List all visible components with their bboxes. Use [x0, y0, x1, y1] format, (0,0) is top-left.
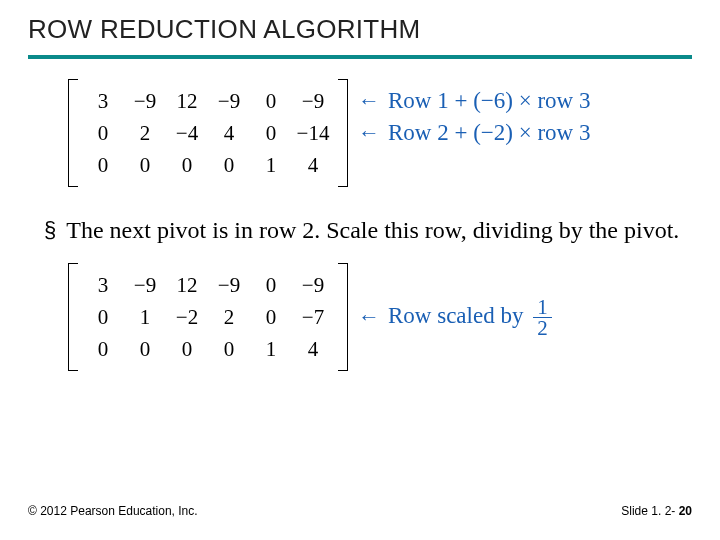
slide-num: 20 [679, 504, 692, 518]
cell: 0 [124, 337, 166, 362]
cell: 2 [124, 121, 166, 146]
bullet-marker: § [44, 215, 56, 245]
bracket-left [68, 79, 78, 187]
cell: 0 [82, 153, 124, 178]
cell: 3 [82, 89, 124, 114]
cell: 0 [166, 153, 208, 178]
matrix-row: 0 0 0 0 1 4 [82, 333, 334, 365]
arrow-left-icon: ← [358, 304, 380, 330]
bullet-block: § The next pivot is in row 2. Scale this… [0, 211, 720, 263]
page-title: ROW REDUCTION ALGORITHM [28, 14, 692, 45]
cell: −4 [166, 121, 208, 146]
bracket-right [338, 263, 348, 371]
matrix-2: 3 −9 12 −9 0 −9 0 1 −2 2 0 −7 0 0 [68, 263, 348, 371]
cell: −9 [124, 89, 166, 114]
fraction-denominator: 2 [533, 318, 552, 338]
cell: 0 [82, 337, 124, 362]
matrix-row: 0 0 0 0 1 4 [82, 149, 334, 181]
slide-number: Slide 1. 2- 20 [621, 504, 692, 518]
cell: 4 [292, 153, 334, 178]
cell: 0 [208, 153, 250, 178]
cell: 0 [82, 121, 124, 146]
cell: 1 [124, 305, 166, 330]
matrix-block-2: 3 −9 12 −9 0 −9 0 1 −2 2 0 −7 0 0 [68, 263, 680, 371]
cell: 4 [208, 121, 250, 146]
fraction-numerator: 1 [533, 297, 552, 318]
matrix-1: 3 −9 12 −9 0 −9 0 2 −4 4 0 −14 0 0 [68, 79, 348, 187]
cell: 0 [250, 89, 292, 114]
slide-label: Slide 1. 2- [621, 504, 678, 518]
annotation-row: ← Row 1 + (−6) × row 3 [358, 85, 590, 117]
annotation-row: ← Row 2 + (−2) × row 3 [358, 117, 590, 149]
cell: −9 [124, 273, 166, 298]
cell: 4 [292, 337, 334, 362]
cell: 1 [250, 337, 292, 362]
cell: 0 [208, 337, 250, 362]
cell: 12 [166, 273, 208, 298]
cell: 0 [250, 121, 292, 146]
bracket-right [338, 79, 348, 187]
arrow-left-icon: ← [358, 88, 380, 114]
cell: 3 [82, 273, 124, 298]
cell: 0 [166, 337, 208, 362]
cell: 0 [250, 273, 292, 298]
cell: −7 [292, 305, 334, 330]
arrow-left-icon: ← [358, 120, 380, 146]
matrix-row: 3 −9 12 −9 0 −9 [82, 269, 334, 301]
matrix-row: 0 2 −4 4 0 −14 [82, 117, 334, 149]
annotation-text: Row 1 + (−6) × row 3 [388, 88, 590, 114]
matrix-block-1: 3 −9 12 −9 0 −9 0 2 −4 4 0 −14 0 0 [68, 79, 680, 187]
copyright-text: © 2012 Pearson Education, Inc. [28, 504, 198, 518]
cell: 12 [166, 89, 208, 114]
cell: −9 [208, 89, 250, 114]
cell: 2 [208, 305, 250, 330]
cell: −14 [292, 121, 334, 146]
bullet-text: The next pivot is in row 2. Scale this r… [66, 215, 679, 245]
annotation-prefix: Row scaled by [388, 302, 523, 327]
bracket-left [68, 263, 78, 371]
cell: 0 [124, 153, 166, 178]
cell: −9 [292, 89, 334, 114]
cell: −9 [208, 273, 250, 298]
cell: 1 [250, 153, 292, 178]
matrix-row: 0 1 −2 2 0 −7 [82, 301, 334, 333]
footer: © 2012 Pearson Education, Inc. Slide 1. … [28, 504, 692, 518]
annotation-text: Row scaled by 1 2 [388, 297, 552, 338]
annotation-text: Row 2 + (−2) × row 3 [388, 120, 590, 146]
annotation-row: ← Row scaled by 1 2 [358, 301, 552, 333]
cell: 0 [82, 305, 124, 330]
annotation-column-1: ← Row 1 + (−6) × row 3 ← Row 2 + (−2) × … [358, 79, 590, 187]
annotation-column-2: ← Row scaled by 1 2 [358, 263, 552, 371]
matrix-row: 3 −9 12 −9 0 −9 [82, 85, 334, 117]
cell: 0 [250, 305, 292, 330]
cell: −2 [166, 305, 208, 330]
cell: −9 [292, 273, 334, 298]
fraction: 1 2 [533, 297, 552, 338]
